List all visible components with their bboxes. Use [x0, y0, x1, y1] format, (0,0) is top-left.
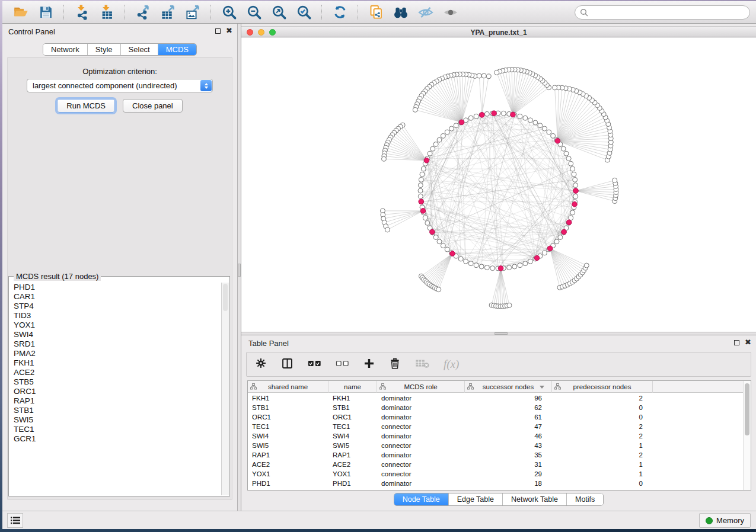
mcds-node[interactable] — [498, 266, 503, 271]
table-row[interactable]: ACE2ACE2connector311 — [248, 460, 743, 469]
panel-menu-button[interactable] — [7, 513, 23, 528]
network-node[interactable] — [572, 172, 576, 177]
mcds-node[interactable] — [573, 188, 579, 194]
network-node[interactable] — [495, 70, 499, 75]
network-node[interactable] — [538, 123, 543, 128]
network-node[interactable] — [437, 239, 442, 244]
network-node[interactable] — [433, 235, 438, 240]
mcds-result-item[interactable]: YOX1 — [14, 321, 221, 330]
mcds-result-item[interactable]: STB1 — [14, 406, 221, 415]
mcds-result-item[interactable]: ACE2 — [14, 368, 221, 377]
mcds-node[interactable] — [420, 209, 426, 214]
delete-table-icon[interactable] — [415, 358, 429, 371]
column-header-predecessor-nodes[interactable]: predecessor nodes — [552, 381, 653, 393]
column-header-successor-nodes[interactable]: successor nodes — [465, 381, 552, 393]
tab-edge-table[interactable]: Edge Table — [449, 493, 503, 505]
table-row[interactable]: RAP1RAP1dominator352 — [248, 450, 743, 460]
network-node[interactable] — [554, 239, 559, 244]
network-node[interactable] — [547, 130, 551, 134]
mcds-result-item[interactable]: STP4 — [14, 302, 221, 311]
network-node[interactable] — [458, 257, 463, 261]
mcds-node[interactable] — [511, 112, 516, 117]
optimization-criterion-select[interactable]: largest connected component (undirected) — [27, 79, 213, 92]
table-row[interactable]: SWI5SWI5connector431 — [248, 441, 743, 450]
network-node[interactable] — [561, 146, 566, 151]
mcds-node[interactable] — [492, 111, 497, 116]
network-node[interactable] — [528, 118, 532, 123]
network-node[interactable] — [479, 264, 484, 269]
mcds-node[interactable] — [566, 220, 572, 225]
network-node[interactable] — [543, 251, 547, 255]
mcds-result-item[interactable]: SRD1 — [14, 339, 221, 349]
table-row[interactable]: SWI4SWI4dominator462 — [248, 431, 743, 441]
column-header-shared-name[interactable]: shared name — [248, 381, 328, 393]
refresh-view-icon[interactable] — [330, 4, 350, 21]
network-node[interactable] — [423, 216, 428, 220]
table-row[interactable]: PHD1PHD1dominator180 — [248, 479, 743, 488]
network-node[interactable] — [464, 259, 468, 264]
network-window-titlebar[interactable]: YPA_prune.txt_1 — [241, 26, 756, 37]
import-table-icon[interactable] — [97, 4, 117, 21]
tab-network-table[interactable]: Network Table — [503, 493, 567, 505]
network-node[interactable] — [570, 210, 575, 215]
export-network-icon[interactable] — [133, 4, 153, 21]
close-panel-button[interactable]: Close panel — [123, 99, 183, 113]
sort-indicator-icon[interactable] — [540, 386, 544, 389]
network-node[interactable] — [486, 74, 491, 79]
network-node[interactable] — [413, 107, 417, 112]
network-node[interactable] — [421, 166, 426, 171]
show-columns-icon[interactable] — [281, 357, 294, 372]
float-window-icon[interactable] — [215, 28, 221, 34]
mcds-result-item[interactable]: CAR1 — [14, 292, 221, 302]
horizontal-splitter-handle[interactable] — [495, 332, 508, 335]
add-column-icon[interactable] — [363, 358, 375, 371]
network-node[interactable] — [523, 116, 528, 120]
mcds-result-item[interactable]: STB5 — [14, 377, 221, 387]
mcds-result-item[interactable]: FKH1 — [14, 358, 221, 368]
network-node[interactable] — [468, 261, 473, 266]
network-node[interactable] — [385, 227, 390, 232]
network-node[interactable] — [484, 111, 489, 116]
network-node[interactable] — [418, 183, 423, 188]
network-node[interactable] — [573, 194, 578, 198]
vertical-splitter[interactable] — [237, 24, 241, 511]
network-node[interactable] — [490, 266, 495, 271]
tab-motifs[interactable]: Motifs — [567, 493, 603, 505]
close-panel-icon[interactable]: ✖ — [745, 339, 751, 345]
network-node[interactable] — [573, 177, 578, 182]
run-mcds-button[interactable]: Run MCDS — [57, 99, 115, 113]
network-node[interactable] — [573, 183, 578, 188]
network-node[interactable] — [445, 130, 449, 134]
network-node[interactable] — [613, 178, 617, 182]
select-all-icon[interactable] — [308, 359, 321, 370]
network-node[interactable] — [474, 263, 479, 268]
memory-button[interactable]: Memory — [699, 513, 751, 528]
mcds-node[interactable] — [419, 199, 424, 204]
table-row[interactable]: TEC1TEC1connector472 — [248, 422, 743, 431]
network-node[interactable] — [474, 114, 479, 118]
show-all-icon[interactable] — [441, 4, 461, 21]
table-scrollbar-thumb[interactable] — [745, 383, 749, 435]
network-node[interactable] — [441, 133, 445, 138]
hide-selected-icon[interactable] — [416, 4, 436, 21]
mcds-node[interactable] — [534, 255, 540, 261]
network-node[interactable] — [425, 220, 430, 225]
network-node[interactable] — [381, 156, 386, 161]
table-options-icon[interactable] — [255, 357, 267, 371]
network-node[interactable] — [528, 259, 532, 264]
network-node[interactable] — [584, 263, 589, 268]
table-row[interactable]: STB1STB1dominator620 — [248, 403, 743, 412]
zoom-out-icon[interactable] — [244, 4, 264, 21]
save-session-icon[interactable] — [36, 4, 56, 21]
mcds-result-item[interactable]: TEC1 — [14, 425, 221, 434]
vertical-splitter-handle[interactable] — [238, 264, 241, 277]
zoom-selected-icon[interactable] — [294, 4, 314, 21]
network-node[interactable] — [418, 188, 423, 193]
copy-network-icon[interactable] — [366, 4, 386, 21]
tab-mcds[interactable]: MCDS — [158, 44, 196, 55]
table-row[interactable]: YOX1YOX1connector291 — [248, 469, 743, 479]
network-node[interactable] — [558, 235, 563, 240]
table-row[interactable]: FKH1FKH1dominator962 — [248, 393, 743, 403]
delete-columns-icon[interactable] — [389, 357, 401, 372]
network-node[interactable] — [430, 146, 435, 151]
